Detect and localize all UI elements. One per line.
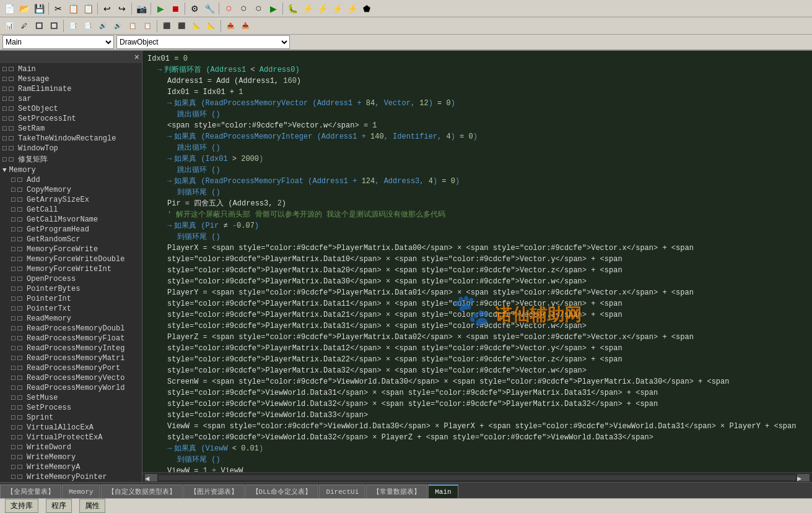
- tab-0[interactable]: 【全局变量表】: [0, 485, 61, 498]
- tb2-12[interactable]: ⬛: [175, 19, 188, 33]
- tree-item[interactable]: □□ ReadProcessMemoryWorld: [0, 383, 142, 393]
- stop-btn[interactable]: ⏹: [168, 2, 182, 15]
- tree-item[interactable]: □□ PointerBytes: [0, 284, 142, 294]
- tree-item[interactable]: □□ WriteMemoryPointer: [0, 472, 142, 482]
- tb2-14[interactable]: 📐: [204, 19, 218, 33]
- tree-item[interactable]: □□ sar: [0, 94, 142, 104]
- screenshot-btn[interactable]: 📷: [134, 2, 148, 15]
- tb2-3[interactable]: 🔲: [32, 19, 46, 33]
- tree-item[interactable]: □□ MemoryForceWriteInt: [0, 264, 142, 274]
- tree-item[interactable]: □□ ReadProcessMemoryDoubl: [0, 324, 142, 334]
- editor-scroll[interactable]: Idx01 = 0→判断循环首 (Address1 < Address0)Add…: [142, 51, 812, 472]
- settings-btn[interactable]: ⚙: [188, 2, 201, 15]
- tree-item[interactable]: □□ SetProcess: [0, 403, 142, 413]
- tree-item[interactable]: □□ 修复矩阵: [0, 153, 142, 165]
- tb2-15[interactable]: 📤: [224, 19, 237, 33]
- tree-item[interactable]: □□ Add: [0, 175, 142, 185]
- editor-hscrollbar[interactable]: ◀ ▶: [142, 472, 812, 482]
- tree-item[interactable]: □□ CopyMemory: [0, 185, 142, 195]
- tab-6[interactable]: 【常量数据表】: [366, 485, 427, 498]
- compile3-btn[interactable]: ⬡: [251, 2, 265, 15]
- tree-item[interactable]: □□ PointerInt: [0, 294, 142, 304]
- program-btn[interactable]: 程序: [46, 499, 72, 513]
- tree-item[interactable]: □□ SetRam: [0, 124, 142, 134]
- redo-btn[interactable]: ↪: [115, 2, 129, 15]
- tree-item[interactable]: □□ SetObject: [0, 104, 142, 114]
- dropdown-left[interactable]: Main: [2, 35, 114, 49]
- tree-item[interactable]: ▼Memory: [0, 165, 142, 175]
- run-btn[interactable]: ▶: [154, 2, 167, 15]
- run2-btn[interactable]: ▶: [266, 2, 280, 15]
- tree-item[interactable]: □□ Message: [0, 74, 142, 84]
- compile2-btn[interactable]: ⬡: [237, 2, 250, 15]
- tree-item[interactable]: □□ ReadProcessMemoryMatri: [0, 353, 142, 363]
- support-btn[interactable]: 支持库: [5, 499, 38, 513]
- tb2-16[interactable]: 📥: [238, 19, 252, 33]
- tree-item[interactable]: □□ WriteMemoryA: [0, 462, 142, 472]
- tree-item[interactable]: □□ MemoryForceWrite: [0, 244, 142, 254]
- open-btn[interactable]: 📂: [17, 2, 31, 15]
- tb2-1[interactable]: 📊: [2, 19, 16, 33]
- tab-7[interactable]: Main: [428, 485, 458, 498]
- tree-item[interactable]: □□ WriteMemory: [0, 452, 142, 462]
- tb2-6[interactable]: 📑: [81, 19, 95, 33]
- tab-2[interactable]: 【自定义数据类型表】: [101, 485, 183, 498]
- property-btn[interactable]: 属性: [79, 499, 105, 513]
- tab-3[interactable]: 【图片资源表】: [183, 485, 245, 498]
- tab-5[interactable]: DirectUi: [319, 485, 365, 498]
- tree-item[interactable]: □□ ReadProcessMemoryVecto: [0, 373, 142, 383]
- tools-btn[interactable]: 🔧: [203, 2, 216, 15]
- tree-item[interactable]: □□ GetCall: [0, 205, 142, 215]
- tree-item[interactable]: □□ ReadProcessMemoryPort: [0, 363, 142, 373]
- tb2-11[interactable]: ⬛: [160, 19, 173, 33]
- debug5-btn[interactable]: ⚡: [345, 2, 359, 15]
- tb2-2[interactable]: 🖊: [17, 19, 31, 33]
- scroll-left-btn[interactable]: ◀: [145, 474, 157, 481]
- debug-btn[interactable]: 🐛: [286, 2, 299, 15]
- tree-item[interactable]: □□ GetCallMsvorName: [0, 215, 142, 225]
- tb2-10[interactable]: 📋: [141, 19, 154, 33]
- new-btn[interactable]: 📄: [2, 2, 16, 15]
- copy-btn[interactable]: 📋: [66, 2, 80, 15]
- scroll-right-btn[interactable]: ▶: [797, 474, 810, 481]
- tree-item[interactable]: □□ ReadProcessMemoryFloat: [0, 334, 142, 343]
- tree-item[interactable]: □□ Main: [0, 64, 142, 74]
- debug4-btn[interactable]: ⚡: [330, 2, 344, 15]
- debug3-btn[interactable]: ⚡: [315, 2, 329, 15]
- tab-1[interactable]: Memory: [62, 485, 100, 498]
- tb2-7[interactable]: 🔊: [96, 19, 110, 33]
- tree-item[interactable]: □□ ReadProcessMemoryInteg: [0, 343, 142, 353]
- tree-item[interactable]: □□ WriteDword: [0, 442, 142, 452]
- tree-item[interactable]: □□ GetRandomScr: [0, 235, 142, 244]
- tree-item[interactable]: □□ VirtualAllocExA: [0, 423, 142, 433]
- undo-btn[interactable]: ↩: [100, 2, 114, 15]
- tb2-8[interactable]: 🔊: [111, 19, 124, 33]
- tree-item[interactable]: □□ TakeTheWindowRectangle: [0, 134, 142, 144]
- tb2-4[interactable]: 🔲: [47, 19, 61, 33]
- sidebar-tree[interactable]: □□ Main□□ Message□□ RamEliminate□□ sar□□…: [0, 63, 142, 482]
- dropdown-right[interactable]: DrawObject: [116, 35, 290, 49]
- tree-item[interactable]: □□ RamEliminate: [0, 84, 142, 94]
- tree-item[interactable]: □□ VirtualProtectExA: [0, 433, 142, 442]
- debug6-btn[interactable]: ⬟: [360, 2, 373, 15]
- save-btn[interactable]: 💾: [32, 2, 46, 15]
- tree-item[interactable]: □□ Sprint: [0, 413, 142, 423]
- debug2-btn[interactable]: ⚡: [300, 2, 314, 15]
- tree-item[interactable]: □□ WindowTop: [0, 144, 142, 153]
- tree-item[interactable]: □□ GetProgramHead: [0, 225, 142, 235]
- tree-item[interactable]: □□ GetArraySizeEx: [0, 195, 142, 205]
- tree-item[interactable]: □□ SetProcessInt: [0, 114, 142, 124]
- paste-btn[interactable]: 📋: [81, 2, 95, 15]
- compile-btn[interactable]: ⬡: [222, 2, 235, 15]
- tree-item[interactable]: □□ SetMuse: [0, 393, 142, 403]
- tree-item[interactable]: □□ MemoryForceWriteDouble: [0, 254, 142, 264]
- sidebar-close-btn[interactable]: ×: [134, 52, 139, 62]
- cut-btn[interactable]: ✂: [51, 2, 65, 15]
- tree-item[interactable]: □□ PointerTxt: [0, 304, 142, 314]
- tree-item[interactable]: □□ ReadMemory: [0, 314, 142, 324]
- tb2-5[interactable]: 📑: [66, 19, 80, 33]
- tab-4[interactable]: 【DLL命令定义表】: [245, 485, 319, 498]
- tree-item[interactable]: □□ OpenProcess: [0, 274, 142, 284]
- tb2-13[interactable]: 📐: [190, 19, 203, 33]
- tb2-9[interactable]: 📋: [126, 19, 139, 33]
